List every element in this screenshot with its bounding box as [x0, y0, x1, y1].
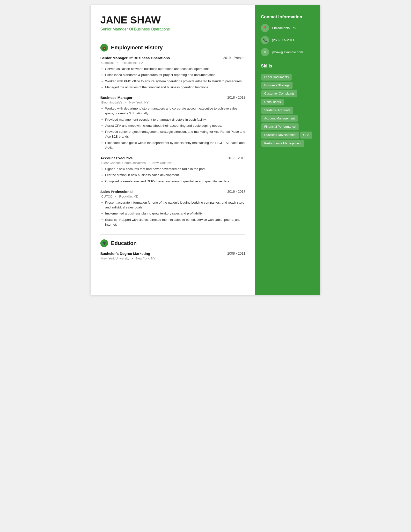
edu-1-header: Bachelor's Degree Marketing 2008 - 2011	[100, 251, 245, 256]
bullet: Signed 7 new accounts that had never adv…	[105, 167, 245, 171]
candidate-name: JANE SHAW	[100, 15, 245, 26]
bullet: Assist CPA and meet with clients about t…	[105, 123, 245, 128]
skill-1: Business Strategy	[261, 82, 292, 89]
bullet: Establish Rapport with clients, directed…	[105, 217, 245, 227]
job-3-company: Clear Channel Communications • New York,…	[100, 161, 245, 165]
contact-email: jshaw@example.com	[272, 50, 303, 55]
contact-address-item: 📍 Philadelphia, PA	[261, 24, 315, 32]
job-4-title: Sales Professional	[100, 190, 132, 194]
edu-1-dates: 2008 - 2011	[227, 251, 245, 255]
email-icon: ✉	[261, 48, 269, 56]
bullet: Led the station in new business sales de…	[105, 173, 245, 178]
job-3-title: Account Executive	[100, 156, 133, 160]
skills-title: Skills	[261, 64, 315, 69]
skill-8: CPA	[300, 132, 312, 138]
bullet: Present accurate information for one of …	[105, 200, 245, 210]
skill-7: Business Development	[261, 132, 299, 138]
skill-5: Account Management	[261, 115, 298, 122]
edu-1: Bachelor's Degree Marketing 2008 - 2011 …	[100, 251, 245, 260]
job-1-title: Senior Manager Of Business Operations	[100, 56, 170, 60]
bullet: Provided management oversight to pharmac…	[105, 117, 245, 122]
job-4-company: CUTCO • Rockville, MD	[100, 195, 245, 198]
employment-section: 💼 Employment History Senior Manager Of B…	[100, 39, 245, 227]
right-column: Contact Information 📍 Philadelphia, PA 📞…	[255, 5, 320, 295]
job-1: Senior Manager Of Business Operations 20…	[100, 56, 245, 90]
contact-title: Contact Information	[261, 15, 315, 19]
employment-icon: 💼	[100, 44, 108, 51]
bullet: Worked with PMO office to ensure system …	[105, 79, 245, 84]
job-1-header: Senior Manager Of Business Operations 20…	[100, 56, 245, 60]
candidate-title: Senior Manager Of Business Operations	[100, 27, 245, 31]
edu-1-school: New York University • New York, NY	[100, 256, 245, 260]
job-2-header: Business Manager 2018 - 2019	[100, 95, 245, 100]
contact-section: Contact Information 📍 Philadelphia, PA 📞…	[261, 15, 315, 56]
education-icon: 🎓	[100, 239, 108, 247]
job-3-bullets: Signed 7 new accounts that had never adv…	[100, 167, 245, 184]
header-section: JANE SHAW Senior Manager Of Business Ope…	[100, 15, 245, 31]
bullet: Established standards & procedures for p…	[105, 73, 245, 77]
job-3-dates: 2017 - 2018	[227, 156, 245, 160]
job-2-bullets: Worked with department/ store managers a…	[100, 106, 245, 150]
bullet: Managed the activities of the financial …	[105, 85, 245, 90]
job-4-bullets: Present accurate information for one of …	[100, 200, 245, 227]
contact-phone-item: 📞 (260) 555-2011	[261, 36, 315, 44]
employment-header: 💼 Employment History	[100, 39, 245, 51]
bullet: Exceeded sales goals within the departme…	[105, 141, 245, 150]
skills-section: Skills Legal Documents Business Strategy…	[261, 64, 315, 148]
skill-0: Legal Documents	[261, 74, 291, 81]
bullet: Worked with department/ store managers a…	[105, 106, 245, 116]
job-2-dates: 2018 - 2019	[227, 95, 245, 99]
location-icon: 📍	[261, 24, 269, 32]
skill-6: Financial Performance	[261, 123, 299, 130]
skill-3: Consultants	[261, 99, 284, 105]
job-2-title: Business Manager	[100, 95, 132, 100]
job-4-header: Sales Professional 2016 - 2017	[100, 190, 245, 194]
bullet: Implemented a business plan to grow terr…	[105, 211, 245, 216]
education-title: Education	[111, 240, 137, 247]
phone-icon: 📞	[261, 36, 269, 44]
edu-1-degree: Bachelor's Degree Marketing	[100, 251, 150, 256]
job-2-company: Bloomingdale's • New York, NY	[100, 101, 245, 104]
job-3-header: Account Executive 2017 - 2018	[100, 156, 245, 160]
skill-2: Customer Complaints	[261, 90, 297, 97]
bullet: Compiled presentations and RFP's based o…	[105, 179, 245, 184]
skill-9: Performance Management	[261, 140, 304, 147]
job-1-company: Comcast • Philadelphia, PA	[100, 61, 245, 65]
skills-wrapper: Legal Documents Business Strategy Custom…	[261, 73, 315, 148]
education-header: 🎓 Education	[100, 234, 245, 247]
skill-4: Strategic Accounts	[261, 107, 293, 114]
bullet: Served as liaison between business opera…	[105, 66, 245, 71]
job-4: Sales Professional 2016 - 2017 CUTCO • R…	[100, 190, 245, 227]
contact-email-item: ✉ jshaw@example.com	[261, 48, 315, 56]
contact-phone: (260) 555-2011	[272, 38, 294, 43]
job-2: Business Manager 2018 - 2019 Bloomingdal…	[100, 95, 245, 150]
education-section: 🎓 Education Bachelor's Degree Marketing …	[100, 234, 245, 260]
job-1-dates: 2019 - Present	[223, 56, 245, 60]
employment-title: Employment History	[111, 45, 163, 51]
left-column: JANE SHAW Senior Manager Of Business Ope…	[91, 5, 255, 295]
bullet: Provided senior project management, stra…	[105, 129, 245, 139]
job-3: Account Executive 2017 - 2018 Clear Chan…	[100, 156, 245, 184]
job-4-dates: 2016 - 2017	[227, 190, 245, 193]
contact-address: Philadelphia, PA	[272, 26, 296, 30]
resume-container: JANE SHAW Senior Manager Of Business Ope…	[91, 5, 320, 295]
job-1-bullets: Served as liaison between business opera…	[100, 66, 245, 90]
